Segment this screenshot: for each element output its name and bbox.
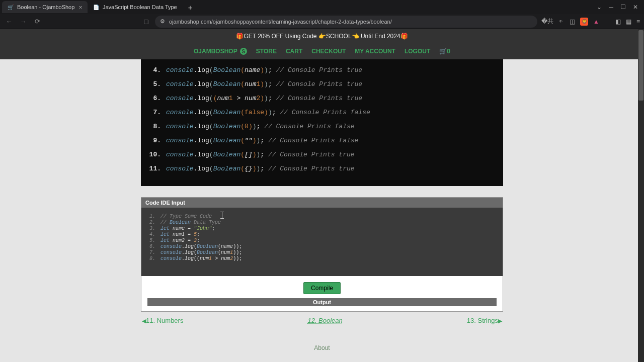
ide-editor[interactable]: 1. // Type Some Code 2. // Boolean Data … (141, 208, 503, 276)
share-icon[interactable]: �共 (541, 17, 553, 26)
back-button[interactable]: ← (4, 17, 14, 27)
minimize-icon[interactable]: ─ (609, 4, 613, 11)
logo-s-icon: S (240, 48, 247, 55)
prev-chapter-link[interactable]: ◀11. Numbers (142, 317, 183, 324)
tab-title: JavaScript Boolean Data Type (103, 4, 177, 10)
extension-icon[interactable]: ▦ (626, 18, 631, 25)
chevron-down-icon[interactable]: ⌄ (597, 4, 602, 11)
promo-banner: 🎁GET 20% OFF Using Code 👉SCHOOL👈 Until E… (0, 29, 644, 43)
tab-favicon: 🛒 (7, 4, 14, 11)
window-controls: ⌄ ─ ☐ ✕ (597, 4, 642, 11)
rss-icon[interactable]: ᯤ (558, 18, 565, 25)
nav-cart[interactable]: CART (286, 48, 302, 55)
tab-favicon: 📄 (93, 4, 100, 11)
menu-icon[interactable]: ≡ (636, 18, 640, 25)
nav-logout[interactable]: LOGOUT (405, 48, 430, 55)
brave-shield-icon[interactable]: 🦁 (580, 18, 588, 26)
line-number: 9. (146, 134, 161, 148)
text-cursor (222, 212, 222, 219)
wallet-icon[interactable]: ◫ (570, 18, 575, 25)
output-header: Output (147, 298, 497, 306)
nav-brand[interactable]: OJAMBOSHOP S (194, 48, 247, 55)
line-number: 5. (146, 77, 161, 92)
line-number: 11. (146, 162, 161, 176)
close-tab-icon[interactable]: × (78, 4, 83, 11)
browser-tab[interactable]: 📄 JavaScript Boolean Data Type (88, 1, 182, 13)
close-window-icon[interactable]: ✕ (633, 4, 638, 11)
site-navigation: OJAMBOSHOP S STORE CART CHECKOUT MY ACCO… (0, 43, 644, 59)
maximize-icon[interactable]: ☐ (620, 4, 626, 11)
rewards-icon[interactable]: ▲ (593, 18, 599, 25)
sidebar-icon[interactable]: ◧ (615, 18, 621, 25)
forward-button[interactable]: → (18, 17, 28, 27)
url-bar[interactable]: ⚙ ojamboshop.com/ojamboshoppaycontent/le… (155, 16, 537, 28)
next-chapter-link[interactable]: 13. Strings▶ (467, 317, 502, 324)
compile-button[interactable]: Compile (303, 282, 341, 294)
reload-button[interactable]: ⟳ (32, 17, 42, 27)
tab-title: Boolean - OjamboShop (17, 4, 74, 10)
promo-text: 🎁GET 20% OFF Using Code 👉SCHOOL👈 Until E… (236, 33, 408, 40)
site-settings-icon[interactable]: ⚙ (160, 18, 165, 25)
nav-checkout[interactable]: CHECKOUT (311, 48, 346, 55)
page-viewport: 🎁GET 20% OFF Using Code 👉SCHOOL👈 Until E… (0, 29, 644, 362)
example-code-block: 4.console.log(Boolean(name)); // Console… (141, 59, 503, 186)
footer-about-link[interactable]: About (314, 344, 330, 351)
line-number: 7. (146, 106, 161, 120)
scrollbar-thumb[interactable] (638, 30, 643, 101)
line-number: 6. (146, 92, 161, 106)
line-number: 10. (146, 148, 161, 162)
bookmark-icon[interactable]: ◻ (141, 17, 151, 27)
current-chapter-link[interactable]: 12. Boolean (307, 317, 342, 324)
nav-store[interactable]: STORE (256, 48, 277, 55)
browser-titlebar: 🛒 Boolean - OjamboShop × 📄 JavaScript Bo… (0, 0, 644, 14)
scrollbar-track[interactable] (638, 29, 644, 362)
new-tab-button[interactable]: + (185, 2, 196, 13)
nav-account[interactable]: MY ACCOUNT (355, 48, 395, 55)
browser-toolbar: ← → ⟳ ◻ ⚙ ojamboshop.com/ojamboshoppayco… (0, 14, 644, 29)
url-text: ojamboshop.com/ojamboshoppaycontent/lear… (169, 19, 392, 25)
line-number: 8. (146, 120, 161, 134)
ide-header: Code IDE Input (141, 198, 503, 208)
code-ide: Code IDE Input 1. // Type Some Code 2. /… (141, 197, 503, 312)
line-number: 4. (146, 63, 161, 77)
browser-tab-active[interactable]: 🛒 Boolean - OjamboShop × (2, 1, 88, 13)
chapter-pagination: ◀11. Numbers 12. Boolean 13. Strings▶ (141, 312, 503, 329)
cart-icon[interactable]: 🛒0 (439, 48, 450, 55)
